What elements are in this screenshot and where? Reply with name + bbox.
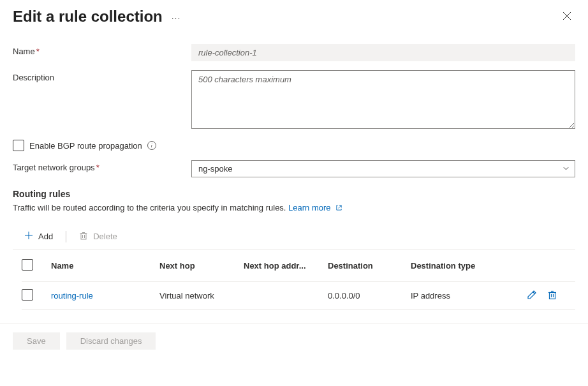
panel-title: Edit a rule collection bbox=[13, 8, 163, 26]
more-menu-button[interactable]: ··· bbox=[172, 10, 181, 23]
target-groups-value: ng-spoke bbox=[198, 164, 232, 174]
col-header-dest-type[interactable]: Destination type bbox=[411, 250, 500, 282]
add-rule-button[interactable]: Add bbox=[22, 230, 55, 243]
plus-icon bbox=[24, 231, 33, 242]
svg-rect-11 bbox=[550, 293, 555, 299]
discard-button[interactable]: Discard changes bbox=[66, 332, 156, 350]
rule-next-hop: Virtual network bbox=[159, 282, 244, 310]
routing-rules-heading: Routing rules bbox=[13, 189, 575, 199]
col-header-destination[interactable]: Destination bbox=[328, 250, 411, 282]
rule-dest-type: IP address bbox=[411, 282, 500, 310]
target-groups-select[interactable]: ng-spoke bbox=[191, 160, 575, 177]
toolbar-separator bbox=[66, 231, 66, 242]
name-input bbox=[191, 44, 575, 61]
rule-name-link[interactable]: routing-rule bbox=[51, 291, 93, 301]
external-link-icon bbox=[335, 204, 342, 213]
routing-rules-description: Traffic will be routed according to the … bbox=[13, 203, 575, 213]
required-indicator: * bbox=[36, 47, 40, 56]
name-label: Name* bbox=[13, 44, 191, 56]
svg-line-10 bbox=[533, 292, 535, 294]
col-header-next-hop[interactable]: Next hop bbox=[159, 250, 244, 282]
delete-rule-row-button[interactable] bbox=[546, 288, 559, 303]
bgp-label: Enable BGP route propagation bbox=[29, 141, 142, 151]
description-textarea[interactable] bbox=[191, 70, 575, 129]
required-indicator: * bbox=[96, 163, 99, 172]
edit-rule-button[interactable] bbox=[526, 288, 538, 303]
close-button[interactable] bbox=[559, 8, 575, 26]
select-all-checkbox[interactable] bbox=[22, 259, 33, 271]
svg-rect-5 bbox=[81, 234, 86, 239]
trash-icon bbox=[79, 231, 88, 242]
chevron-down-icon bbox=[562, 164, 570, 174]
info-icon[interactable]: i bbox=[147, 141, 156, 150]
close-icon bbox=[562, 13, 571, 22]
rule-next-hop-addr bbox=[244, 282, 328, 310]
pencil-icon bbox=[527, 292, 537, 302]
delete-rule-button: Delete bbox=[77, 230, 120, 243]
svg-line-2 bbox=[339, 205, 342, 209]
target-groups-label: Target network groups* bbox=[13, 160, 191, 172]
learn-more-link[interactable]: Learn more bbox=[288, 203, 342, 212]
description-label: Description bbox=[13, 70, 191, 82]
bgp-checkbox[interactable] bbox=[13, 140, 24, 151]
col-header-next-hop-addr[interactable]: Next hop addr... bbox=[244, 250, 328, 282]
rules-table: Name Next hop Next hop addr... Destinati… bbox=[22, 250, 575, 310]
trash-icon bbox=[547, 292, 557, 302]
save-button[interactable]: Save bbox=[13, 332, 60, 350]
col-header-name[interactable]: Name bbox=[51, 250, 159, 282]
row-checkbox[interactable] bbox=[22, 289, 33, 301]
table-row[interactable]: routing-rule Virtual network 0.0.0.0/0 I… bbox=[22, 282, 575, 310]
rule-destination: 0.0.0.0/0 bbox=[328, 282, 411, 310]
